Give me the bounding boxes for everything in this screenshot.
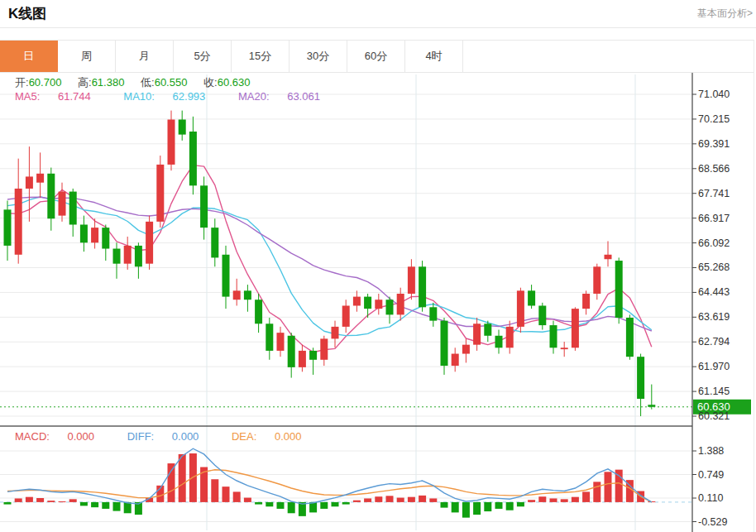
axis-tick-label: 67.741 [698, 188, 730, 199]
macd-bar-up [538, 496, 546, 502]
axis-tick-label: 61.970 [698, 361, 730, 372]
high-value: 61.380 [92, 76, 125, 89]
macd-bar-up [69, 499, 77, 502]
candle-up [452, 354, 459, 367]
candle-up [593, 266, 600, 294]
candle-up [353, 297, 361, 306]
axis-tick-label: 64.443 [698, 286, 730, 298]
tab-15min[interactable]: 15分 [232, 41, 289, 72]
candle-down [135, 246, 142, 266]
macd-bar-up [15, 498, 22, 501]
axis-tick-label: 61.145 [698, 386, 730, 397]
ma20-value: MA20: 63.061 [238, 90, 335, 103]
macd-bar-down [484, 502, 491, 511]
candle-up [517, 290, 524, 327]
high-label: 高: [78, 76, 92, 89]
candle-up [572, 309, 579, 347]
candle-down [364, 297, 371, 309]
title-divider [0, 27, 756, 28]
macd-bar-up [233, 491, 241, 501]
macd-bar-up [408, 497, 415, 502]
candle-down [211, 228, 218, 257]
axis-tick-label: 60.321 [698, 410, 730, 422]
candle-up [277, 333, 285, 351]
macd-bar-down [255, 502, 262, 505]
candle-down [266, 324, 273, 351]
candle-up [320, 338, 328, 359]
candle-down [309, 351, 317, 360]
axis-tick-label: 1.388 [698, 445, 724, 457]
candle-down [386, 300, 394, 314]
macd-bar-up [582, 491, 590, 501]
kline-chart[interactable]: 60.63071.04070.21569.39168.56667.74166.9… [0, 73, 756, 532]
candle-down [528, 290, 535, 305]
macd-bar-down [102, 502, 109, 509]
dea-value: DEA: 0.000 [232, 430, 317, 443]
tab-week[interactable]: 周 [58, 41, 116, 72]
candle-up [36, 174, 44, 183]
axis-tick-label: 70.215 [698, 113, 730, 125]
axis-tick-label: 66.092 [698, 237, 730, 249]
candle-up [506, 327, 514, 347]
macd-bar-up [26, 497, 33, 502]
tab-60min[interactable]: 60分 [347, 41, 405, 72]
candle-up [473, 324, 481, 344]
macd-bar-up [386, 496, 394, 502]
macd-bar-up [528, 500, 535, 502]
candle-up [26, 176, 33, 189]
macd-bar-up [364, 498, 371, 501]
candle-down [244, 290, 251, 300]
open-value: 60.700 [29, 76, 62, 89]
macd-bar-up [561, 499, 568, 502]
macd-bar-down [277, 502, 285, 509]
fundamental-analysis-link[interactable]: 基本面分析> [697, 7, 753, 21]
macd-bar-down [320, 502, 328, 509]
axis-tick-label: 68.566 [698, 163, 730, 175]
tab-day[interactable]: 日 [0, 41, 58, 72]
tab-5min[interactable]: 5分 [174, 41, 232, 72]
macd-bar-up [353, 501, 361, 502]
macd-bar-down [506, 502, 514, 510]
macd-bar-down [452, 502, 459, 512]
candle-down [538, 305, 546, 325]
candle-up [168, 119, 175, 164]
candle-down [4, 209, 12, 246]
candle-up [605, 255, 612, 259]
candle-down [637, 357, 644, 399]
candle-down [615, 261, 623, 318]
candle-down [102, 228, 109, 248]
macd-bar-down [4, 502, 12, 505]
candle-up [156, 165, 164, 222]
panel-right-border [754, 40, 754, 532]
macd-bar-up [244, 498, 251, 502]
candles-group [4, 111, 656, 416]
candle-down [441, 321, 448, 366]
macd-value: MACD: 0.000 [15, 430, 109, 443]
candle-down [288, 336, 295, 367]
period-tab-bar: 日 周 月 5分 15分 30分 60分 4时 [0, 40, 754, 73]
macd-bar-up [211, 479, 218, 502]
tab-month[interactable]: 月 [116, 41, 174, 72]
candle-down [495, 336, 503, 348]
candle-up [15, 189, 22, 255]
open-label: 开: [15, 76, 29, 89]
macd-bar-up [36, 498, 44, 502]
macd-bar-down [80, 502, 88, 506]
tab-4hour[interactable]: 4时 [405, 41, 463, 72]
macd-bar-down [124, 502, 132, 513]
candle-up [332, 327, 339, 339]
candle-down [222, 255, 230, 297]
candle-up [299, 351, 306, 367]
axis-tick-label: 62.794 [698, 336, 730, 347]
candle-up [233, 290, 241, 300]
ohlc-readout: 开:60.700 高:61.380 低:60.550 收:60.630 [15, 75, 263, 90]
candle-down [255, 300, 262, 324]
candle-down [419, 266, 426, 307]
macd-bar-down [266, 502, 273, 506]
candle-up [408, 266, 415, 294]
candle-down [550, 325, 557, 347]
tab-30min[interactable]: 30分 [289, 41, 347, 72]
macd-bar-up [59, 501, 66, 502]
macd-bar-up [605, 472, 612, 502]
candle-up [342, 305, 350, 326]
